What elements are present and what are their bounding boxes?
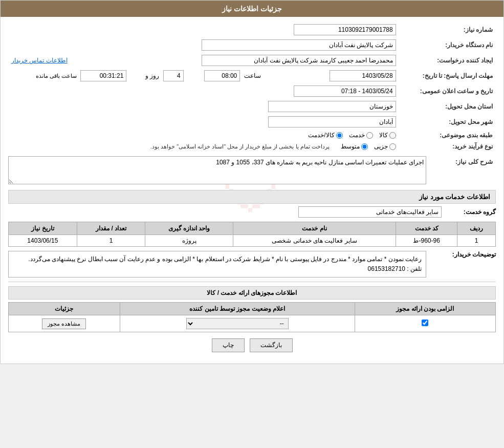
deadline-days-input[interactable] [163, 70, 184, 81]
service-group-label: گروه خدمت: [445, 208, 496, 216]
category-kala-khedmat-radio[interactable] [336, 132, 343, 139]
deadline-label: مهلت ارسال پاسخ: تا تاریخ: [399, 68, 496, 83]
col-quantity: تعداد / مقدار [77, 222, 145, 235]
permissions-header-row: الزامی بودن ارائه مجوز اعلام وضعیت مجوز … [9, 303, 496, 315]
col-row-num: ردیف [457, 222, 496, 235]
row-announcement: تاریخ و ساعت اعلان عمومی: [8, 83, 496, 99]
category-khedmat-label: خدمت [349, 132, 365, 139]
row-category: طبقه بندی موضوعی: کالا خدمت [8, 130, 496, 141]
permissions-row: -- مشاهده مجوز [9, 315, 496, 332]
category-label: طبقه بندی موضوعی: [399, 130, 496, 141]
buyer-note-section: توضیحات خریدار: رعایت نمودن * تمامی موار… [8, 251, 496, 278]
deadline-time-input[interactable] [204, 70, 240, 81]
perm-status-select[interactable]: -- [186, 318, 289, 329]
category-khedmat-radio[interactable] [366, 132, 373, 139]
section-divider [8, 282, 496, 282]
col-service-code: کد خدمت [396, 222, 457, 235]
purchase-jozii-radio[interactable] [389, 143, 396, 150]
purchase-type-radio-group: جزیی متوسط پرداخت تمام یا بخشی از مبلغ خ… [11, 143, 396, 150]
perm-col-details: جزئیات [9, 303, 120, 315]
service-group-row: گروه خدمت: [8, 206, 496, 218]
announcement-input[interactable] [294, 86, 396, 97]
perm-view-button[interactable]: مشاهده مجوز [42, 318, 86, 329]
cell-service-name: سایر فعالیت های خدماتی شخصی [233, 235, 396, 247]
purchase-motavaset-item: متوسط [341, 143, 368, 150]
category-kala-khedmat-item: کالا/خدمت [308, 132, 342, 139]
perm-required-checkbox[interactable] [422, 319, 428, 326]
requester-station-label: نام دستگاه خریدار: [399, 37, 496, 53]
category-kala-label: کالا [379, 132, 388, 139]
need-description-section: شرح کلی نیاز: [8, 156, 496, 186]
row-province: استان محل تحویل: [8, 99, 496, 114]
creator-input[interactable] [202, 55, 396, 66]
cell-quantity: 1 [77, 235, 145, 247]
cell-date: 1403/06/15 [9, 235, 77, 247]
col-service-name: نام خدمت [233, 222, 396, 235]
contact-link[interactable]: اطلاعات تماس خریدار [11, 57, 68, 64]
page-wrapper: جزئیات اطلاعات نیاز 🛡 شماره نیاز: نام دس… [0, 0, 504, 364]
page-title: جزئیات اطلاعات نیاز [222, 5, 282, 13]
deadline-day-label: روز و [145, 72, 159, 79]
request-number-input[interactable] [294, 24, 396, 35]
row-purchase-type: نوع فرآیند خرید: جزیی متوسط پرداخت ت [8, 141, 496, 152]
service-group-input[interactable] [298, 206, 442, 218]
row-creator: ایجاد کننده درخواست: اطلاعات تماس خریدار [8, 53, 496, 68]
purchase-jozii-item: جزیی [374, 143, 396, 150]
cell-row-num: 1 [457, 235, 496, 247]
row-deadline: مهلت ارسال پاسخ: تا تاریخ: ساعت روز و [8, 68, 496, 83]
province-label: استان محل تحویل: [399, 99, 496, 114]
table-row: 1 960-96-ط سایر فعالیت های خدماتی شخصی پ… [9, 235, 496, 247]
services-table: ردیف کد خدمت نام خدمت واحد اندازه گیری ت… [8, 222, 496, 247]
need-description-textarea[interactable] [8, 156, 426, 184]
city-input[interactable] [268, 116, 396, 127]
deadline-remain-label: ساعت باقی مانده [36, 73, 77, 79]
permissions-table: الزامی بودن ارائه مجوز اعلام وضعیت مجوز … [8, 302, 496, 332]
buyer-note-label: توضیحات خریدار: [429, 251, 496, 258]
print-button[interactable]: چاپ [212, 338, 245, 352]
creator-label: ایجاد کننده درخواست: [399, 53, 496, 68]
city-label: شهر محل تحویل: [399, 114, 496, 130]
purchase-note: پرداخت تمام یا بخشی از مبلغ خریدار از مح… [150, 143, 330, 150]
purchase-type-label: نوع فرآیند خرید: [399, 141, 496, 152]
deadline-date-input[interactable] [330, 70, 396, 81]
request-number-value [266, 22, 399, 37]
request-number-label: شماره نیاز: [399, 22, 496, 37]
category-khedmat-item: خدمت [349, 132, 373, 139]
purchase-motavaset-radio[interactable] [361, 143, 368, 150]
perm-col-status: اعلام وضعیت مجوز توسط تامین کننده [120, 303, 355, 315]
row-request-number: شماره نیاز: [8, 22, 496, 37]
need-description-label: شرح کلی نیاز: [429, 156, 496, 167]
row-requester-station: نام دستگاه خریدار: [8, 37, 496, 53]
category-kala-radio[interactable] [389, 132, 396, 139]
purchase-jozii-label: جزیی [374, 143, 388, 150]
perm-col-required: الزامی بودن ارائه مجوز [355, 303, 495, 315]
col-date: تاریخ نیاز [9, 222, 77, 235]
requester-station-input[interactable] [202, 39, 396, 51]
cell-unit-measure: پروژه [145, 235, 233, 247]
perm-required-cell [355, 315, 495, 332]
info-table: شماره نیاز: نام دستگاه خریدار: ایجاد کنن… [8, 22, 496, 152]
permissions-section-header: اطلاعات مجوزهای ارائه خدمت / کالا [8, 286, 496, 300]
purchase-motavaset-label: متوسط [341, 143, 360, 150]
footer-buttons: بازگشت چاپ [8, 332, 496, 358]
perm-details-cell: مشاهده مجوز [9, 315, 120, 332]
deadline-time-label: ساعت [244, 72, 261, 79]
perm-status-cell: -- [120, 315, 355, 332]
province-input[interactable] [268, 101, 396, 112]
category-radio-group: کالا خدمت کالا/خدمت [11, 132, 396, 139]
buyer-note-text: رعایت نمودن * تمامی موارد * مندرج در فای… [28, 255, 422, 272]
back-button[interactable]: بازگشت [250, 338, 293, 352]
col-unit-measure: واحد اندازه گیری [145, 222, 233, 235]
services-table-header-row: ردیف کد خدمت نام خدمت واحد اندازه گیری ت… [9, 222, 496, 235]
cell-service-code: 960-96-ط [396, 235, 457, 247]
announcement-label: تاریخ و ساعت اعلان عمومی: [399, 83, 496, 99]
row-city: شهر محل تحویل: [8, 114, 496, 130]
page-header: جزئیات اطلاعات نیاز [1, 1, 503, 17]
main-content: 🛡 شماره نیاز: نام دستگاه خریدار: [1, 17, 503, 364]
category-kala-khedmat-label: کالا/خدمت [308, 132, 334, 139]
buyer-note-content: رعایت نمودن * تمامی موارد * مندرج در فای… [8, 251, 426, 278]
services-section-header: اطلاعات خدمات مورد نیاز [8, 190, 496, 204]
category-kala-item: کالا [379, 132, 396, 139]
deadline-remain-input[interactable] [80, 70, 126, 81]
